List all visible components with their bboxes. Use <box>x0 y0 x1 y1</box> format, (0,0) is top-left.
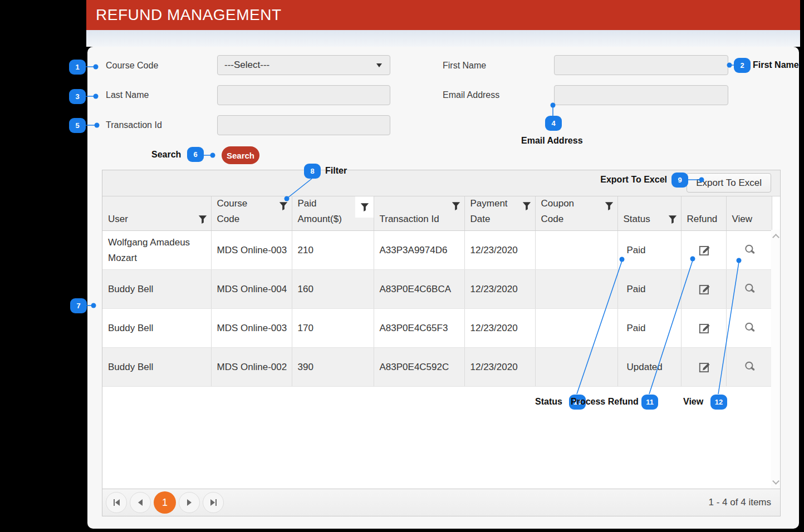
cell-coupon-code <box>535 309 617 348</box>
filter-icon[interactable] <box>452 201 460 210</box>
process-refund-icon[interactable] <box>698 360 712 375</box>
process-refund-icon[interactable] <box>698 321 712 336</box>
col-header-transaction-id: Transaction Id <box>374 196 464 231</box>
filter-icon[interactable] <box>198 215 207 224</box>
cell-status: Paid <box>617 270 681 309</box>
grid-pager: 1 1 - 4 of 4 items <box>102 489 780 516</box>
screenshot-canvas: REFUND MANAGEMENT Course Code ---Select-… <box>0 0 804 532</box>
cell-paid-amount: 210 <box>292 231 374 270</box>
cell-payment-date: 12/23/2020 <box>464 231 535 270</box>
first-name-field[interactable] <box>554 55 728 75</box>
cell-coupon-code <box>535 348 617 387</box>
col-header-refund: Refund <box>681 196 726 231</box>
previous-page-button[interactable] <box>130 492 151 513</box>
col-header-status: Status <box>617 196 681 231</box>
view-icon[interactable] <box>743 360 757 375</box>
cell-transaction-id: A83P0E4C65F3 <box>374 309 464 348</box>
process-refund-icon[interactable] <box>698 282 712 297</box>
search-button[interactable]: Search <box>222 146 259 164</box>
table-row: Buddy Bell MDS Online-004 160 A83P0E4C6B… <box>102 270 772 309</box>
cell-course-code: MDS Online-004 <box>211 270 292 309</box>
transaction-id-label: Transaction Id <box>106 120 162 130</box>
cell-view <box>726 348 772 387</box>
scroll-up-icon[interactable] <box>772 234 780 241</box>
cell-course-code: MDS Online-002 <box>211 348 292 387</box>
refunds-grid: Export To Excel User <box>102 170 781 516</box>
col-header-course-code: Course Code <box>211 196 292 231</box>
first-name-label: First Name <box>443 61 486 71</box>
pager-buttons: 1 <box>106 489 224 516</box>
view-icon[interactable] <box>743 282 757 297</box>
cell-transaction-id: A83P0E4C6BCA <box>374 270 464 309</box>
header-sub-strip <box>86 30 800 47</box>
filter-icon[interactable] <box>605 201 614 210</box>
first-page-button[interactable] <box>106 492 127 513</box>
cell-view <box>726 231 772 270</box>
last-page-button[interactable] <box>203 492 224 513</box>
course-code-select[interactable]: ---Select--- <box>217 55 390 75</box>
next-page-button[interactable] <box>179 492 200 513</box>
course-code-label: Course Code <box>106 61 158 71</box>
cell-course-code: MDS Online-003 <box>211 231 292 270</box>
callout-badge-7: 7 <box>70 298 87 313</box>
cell-view <box>726 270 772 309</box>
cell-status: Paid <box>617 231 681 270</box>
process-refund-icon[interactable] <box>698 243 712 258</box>
cell-transaction-id: A83P0E4C592C <box>374 348 464 387</box>
table-row: Buddy Bell MDS Online-003 170 A83P0E4C65… <box>102 309 772 348</box>
refunds-table: User Course Code Paid Amount($) <box>102 196 772 387</box>
cell-coupon-code <box>535 270 617 309</box>
cell-payment-date: 12/23/2020 <box>464 348 535 387</box>
cell-user: Wolfgang Amadeus Mozart <box>102 231 211 270</box>
filter-icon[interactable] <box>668 215 677 224</box>
header-row: User Course Code Paid Amount($) <box>102 196 772 231</box>
current-page-button[interactable]: 1 <box>154 491 176 514</box>
cell-user: Buddy Bell <box>102 309 211 348</box>
cell-refund <box>681 348 726 387</box>
cell-status: Updated <box>617 348 681 387</box>
filter-icon[interactable] <box>522 201 531 210</box>
cell-user: Buddy Bell <box>102 270 211 309</box>
view-icon[interactable] <box>743 243 757 258</box>
page-title: REFUND MANAGEMENT <box>96 0 282 30</box>
grid-toolbar: Export To Excel <box>102 170 780 196</box>
callout-badge-5: 5 <box>69 118 86 133</box>
last-name-label: Last Name <box>106 90 149 100</box>
col-header-view: View <box>726 196 772 231</box>
cell-payment-date: 12/23/2020 <box>464 309 535 348</box>
cell-paid-amount: 160 <box>292 270 374 309</box>
table-row: Wolfgang Amadeus Mozart MDS Online-003 2… <box>102 231 772 270</box>
cell-paid-amount: 390 <box>292 348 374 387</box>
cell-transaction-id: A33P3A9974D6 <box>374 231 464 270</box>
cell-refund <box>681 270 726 309</box>
callout-badge-1: 1 <box>69 60 86 75</box>
cell-status: Paid <box>617 309 681 348</box>
refund-management-window: REFUND MANAGEMENT Course Code ---Select-… <box>86 0 800 532</box>
callout-badge-3: 3 <box>69 89 86 104</box>
cell-user: Buddy Bell <box>102 348 211 387</box>
cell-view <box>726 309 772 348</box>
chevron-down-icon <box>376 63 382 67</box>
email-address-field[interactable] <box>554 85 728 105</box>
vertical-scrollbar[interactable] <box>771 230 780 489</box>
cell-refund <box>681 309 726 348</box>
cell-payment-date: 12/23/2020 <box>464 270 535 309</box>
col-header-payment-date: Payment Date <box>464 196 535 231</box>
cell-course-code: MDS Online-003 <box>211 309 292 348</box>
cell-paid-amount: 170 <box>292 309 374 348</box>
last-name-field[interactable] <box>217 85 390 105</box>
table-row: Buddy Bell MDS Online-002 390 A83P0E4C59… <box>102 348 772 387</box>
transaction-id-field[interactable] <box>217 115 390 135</box>
app-header: REFUND MANAGEMENT <box>86 0 800 30</box>
col-header-coupon-code: Coupon Code <box>535 196 617 231</box>
scroll-down-icon[interactable] <box>772 477 780 485</box>
grid-body: User Course Code Paid Amount($) <box>102 196 780 490</box>
filter-icon[interactable] <box>360 203 369 211</box>
view-icon[interactable] <box>743 321 757 336</box>
col-header-paid-amount: Paid Amount($) <box>292 196 374 231</box>
cell-refund <box>681 231 726 270</box>
filter-icon[interactable] <box>279 201 288 210</box>
col-header-user: User <box>102 196 211 231</box>
pager-summary: 1 - 4 of 4 items <box>709 489 771 516</box>
export-to-excel-button[interactable]: Export To Excel <box>687 173 771 193</box>
